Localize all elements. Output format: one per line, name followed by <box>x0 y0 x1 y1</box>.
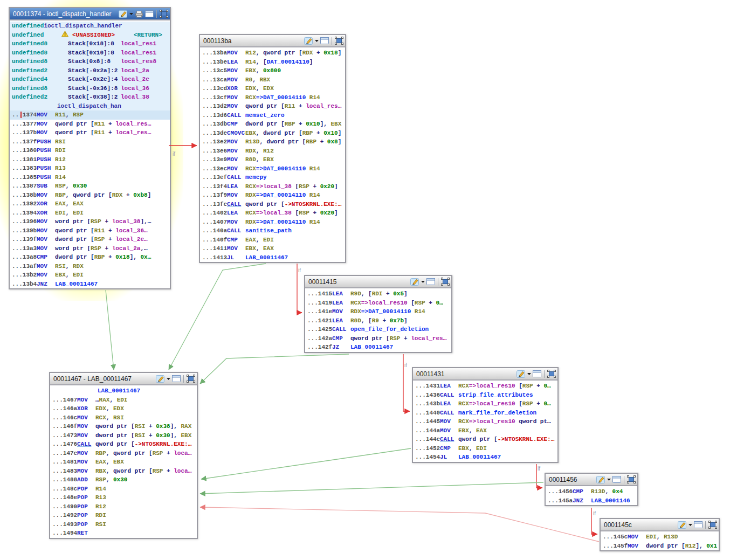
edit-label-icon[interactable] <box>516 370 526 378</box>
instruction-row[interactable]: ...143bLEARCX=>local_res10 [RSP + 0… <box>413 399 557 409</box>
instruction-row[interactable]: ...1415LEAR9D, [RDI + 0x5] <box>305 289 451 299</box>
instruction-row[interactable]: ...147cMOVRBP, qword ptr [RSP + loca… <box>50 449 197 458</box>
group-vertices-icon[interactable] <box>547 370 556 378</box>
maximize-block-icon[interactable] <box>426 278 435 285</box>
instruction-row[interactable]: ...1436CALLstrip_file_attributes <box>413 391 557 400</box>
edit-label-icon[interactable] <box>119 10 128 18</box>
instruction-row[interactable]: ...1377MOVqword ptr [R11 + local_res… <box>10 120 170 129</box>
instruction-row[interactable]: ...1402LEARCX=>local_38 [RSP + 0x20] <box>200 209 345 218</box>
group-vertices-icon[interactable] <box>627 475 636 483</box>
maximize-block-icon[interactable] <box>694 521 703 528</box>
instruction-row[interactable]: ...1374MOVR11, RSP <box>10 110 170 120</box>
group-vertices-icon[interactable] <box>441 278 450 286</box>
instruction-row[interactable]: ...13fcCALLqword ptr [->NTOSKRNL.EXE:… <box>200 200 345 209</box>
block-header[interactable]: 000113ba <box>200 35 345 47</box>
instruction-row[interactable]: ...1473MOVdword ptr [RSI + 0x30], EBX <box>50 431 197 440</box>
signature-row[interactable]: undefined2Stack[-0x38]:2local_38 <box>10 93 170 102</box>
instruction-row[interactable]: ...1396MOVword ptr [RSP + local_38],… <box>10 217 170 226</box>
instruction-row[interactable]: ...1493POPRSI <box>50 520 197 529</box>
edit-label-icon[interactable] <box>596 475 605 483</box>
label-row[interactable]: ioctl_dispatch_han <box>10 102 170 111</box>
dropdown-caret-icon[interactable] <box>129 13 133 15</box>
instruction-row[interactable]: ...13afMOVRSI, RDX <box>10 262 170 271</box>
group-vertices-icon[interactable] <box>335 37 343 45</box>
instruction-row[interactable]: ...13ecMOVRCX=>DAT_00014110 R14 <box>200 164 345 174</box>
instruction-row[interactable]: ...13a8CMPdword ptr [RBP + 0x18], 0x… <box>10 253 170 262</box>
instruction-row[interactable]: ...148cPOPR14 <box>50 485 197 494</box>
instruction-row[interactable]: ...13beLEAR14, [DAT_00014110] <box>200 58 345 67</box>
instruction-row[interactable]: ...137bMOVqword ptr [R11 + local_res… <box>10 128 170 137</box>
instruction-row[interactable]: ...13dbCMPdword ptr [RBP + 0x10], EBX <box>200 120 345 129</box>
instruction-row[interactable]: ...1425CALLopen_file_for_deletion <box>305 325 451 334</box>
signature-row[interactable]: undefined8Stack[0x10]:8local_res1 <box>10 49 170 58</box>
instruction-row[interactable]: ...1385PUSHR14 <box>10 173 170 182</box>
instruction-row[interactable]: ...13b2MOVEBX, EDI <box>10 271 170 280</box>
edit-label-icon[interactable] <box>410 278 419 286</box>
instruction-row[interactable]: ...146cMOVRCX, RSI <box>50 413 197 423</box>
instruction-row[interactable]: ...13d2MOVqword ptr [R11 + local_res… <box>200 102 345 111</box>
instruction-row[interactable]: ...13deCMOVCEBX, dword ptr [RBP + 0x10] <box>200 129 345 138</box>
instruction-row[interactable]: ...13b4JNZLAB_00011467 <box>10 280 170 289</box>
block-header[interactable]: 0001145c <box>601 519 719 531</box>
instruction-row[interactable]: ...1481MOVEAX, EBX <box>50 458 197 467</box>
instruction-row[interactable]: ...1467MOV…RAX, EDI <box>50 396 197 405</box>
instruction-row[interactable]: ...13caMOVR8, RBX <box>200 75 345 85</box>
dropdown-caret-icon[interactable] <box>527 373 531 375</box>
instruction-row[interactable]: ...1440CALLmark_file_for_deletion <box>413 409 557 418</box>
block-header[interactable]: 00011467 - LAB_00011467 <box>50 373 197 385</box>
instruction-row[interactable]: ...145aJNZLAB_0001146 <box>546 496 637 506</box>
instruction-row[interactable]: ...1381PUSHR12 <box>10 155 170 164</box>
instruction-row[interactable]: ...1483MOVRBX, qword ptr [RSP + loca… <box>50 467 197 476</box>
instruction-row[interactable]: ...139bMOVqword ptr [R11 + local_36… <box>10 226 170 236</box>
instruction-row[interactable]: ...137fPUSHRSI <box>10 137 170 147</box>
instruction-row[interactable]: ...144cCALLqword ptr [->NTOSKRNL.EXE:… <box>413 435 557 444</box>
dropdown-caret-icon[interactable] <box>688 524 692 526</box>
instruction-row[interactable]: ...1456CMPR13D, 0x4 <box>546 487 637 496</box>
instruction-row[interactable]: ...13c5MOVEBX, 0x800 <box>200 66 345 75</box>
block-header[interactable]: 00011431 <box>413 368 557 381</box>
instruction-row[interactable]: ...13d6CALLmemset_zero <box>200 111 345 120</box>
instruction-row[interactable]: ...144aMOVEBX, EAX <box>413 426 557 435</box>
dropdown-caret-icon[interactable] <box>167 378 170 380</box>
instruction-row[interactable]: ...148ePOPR13 <box>50 493 197 502</box>
dropdown-caret-icon[interactable] <box>607 479 611 481</box>
instruction-row[interactable]: ...138bMOVRBP, qword ptr [RDX + 0xb8] <box>10 191 170 200</box>
maximize-block-icon[interactable] <box>145 10 154 17</box>
maximize-block-icon[interactable] <box>320 37 329 44</box>
instruction-row[interactable]: ...141eMOVRDX=>DAT_00014110 R14 <box>305 307 451 316</box>
instruction-row[interactable]: ...142aCMPqword ptr [RSP + local_res… <box>305 334 451 343</box>
instruction-row[interactable]: ...13e2MOVR13D, dword ptr [RBP + 0x8] <box>200 137 345 147</box>
instruction-row[interactable]: ...1488ADDRSP, 0x30 <box>50 475 197 485</box>
instruction-row[interactable]: ...13e9MOVR8D, EBX <box>200 155 345 164</box>
block-header[interactable]: 00011415 <box>305 276 451 288</box>
instruction-row[interactable]: ...145cMOVEDI, R13D <box>601 533 719 542</box>
signature-row[interactable]: undefined8Stack[0x18]:8local_res1 <box>10 39 170 49</box>
instruction-row[interactable]: ...139fMOVdword ptr [RSP + local_2e… <box>10 235 170 244</box>
instruction-row[interactable]: ...13f9MOVRDX=>DAT_00014110 R14 <box>200 191 345 200</box>
instruction-row[interactable]: ...1392XOREAX, EAX <box>10 199 170 209</box>
instruction-row[interactable]: ...1454JLLAB_00011467 <box>413 453 557 462</box>
instruction-row[interactable]: ...1431LEARCX=>local_res10 [RSP + 0… <box>413 382 557 391</box>
signature-row[interactable]: undefined2Stack[-0x2a]:2local_2a <box>10 66 170 75</box>
maximize-block-icon[interactable] <box>612 476 621 483</box>
instruction-row[interactable]: ...13baMOVR12, qword ptr [RDX + 0x18] <box>200 49 345 58</box>
instruction-row[interactable]: ...146fMOVqword ptr [RSI + 0x38], RAX <box>50 422 197 431</box>
maximize-block-icon[interactable] <box>172 375 181 382</box>
instruction-row[interactable]: ...1380PUSHRDI <box>10 146 170 155</box>
instruction-row[interactable]: ...1383PUSHR13 <box>10 164 170 173</box>
instruction-row[interactable]: ...145fMOVdword ptr [R12], 0x1 <box>601 542 719 551</box>
instruction-row[interactable]: ...1452CMPEBX, EDI <box>413 444 557 453</box>
instruction-row[interactable]: ...146aXOREDX, EDX <box>50 404 197 413</box>
instruction-row[interactable]: ...13e6MOVRDX, R12 <box>200 147 345 156</box>
instruction-row[interactable]: ...140aCALLsanitise_path <box>200 226 345 236</box>
group-vertices-icon[interactable] <box>708 521 717 529</box>
instruction-row[interactable]: ...1387SUBRSP, 0x30 <box>10 182 170 191</box>
signature-row[interactable]: undefined<UNASSIGNED><RETURN> <box>10 31 170 40</box>
instruction-row[interactable]: ...1413JLLAB_00011467 <box>200 253 345 262</box>
instruction-row[interactable]: ...1394XOREDI, EDI <box>10 209 170 218</box>
instruction-row[interactable]: ...1419LEARCX=>local_res10 [RSP + 0… <box>305 299 451 308</box>
dropdown-caret-icon[interactable] <box>421 281 425 283</box>
instruction-row[interactable]: ...1411MOVEBX, EAX <box>200 244 345 253</box>
instruction-row[interactable]: ...1407MOVRDX=>DAT_00014110 R14 <box>200 218 345 227</box>
printer-icon[interactable] <box>135 10 143 18</box>
